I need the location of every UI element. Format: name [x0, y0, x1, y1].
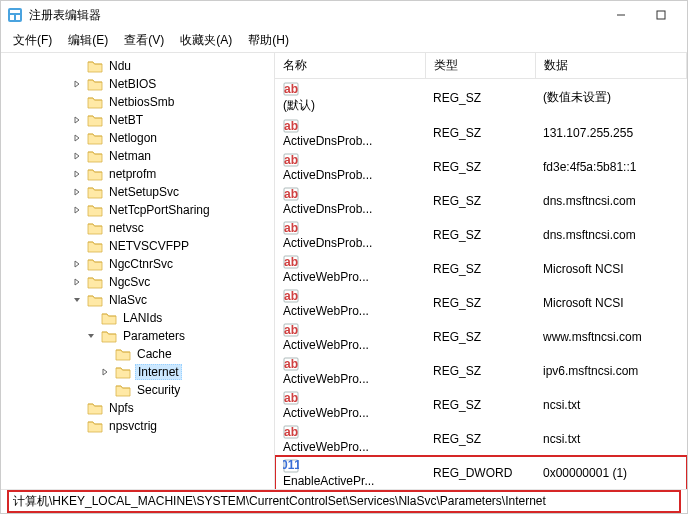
tree-item[interactable]: NetbiosSmb: [1, 93, 274, 111]
tree-label: Security: [135, 383, 182, 397]
folder-icon: [87, 95, 103, 109]
tree-item[interactable]: NetBIOS: [1, 75, 274, 93]
menu-favorites[interactable]: 收藏夹(A): [172, 30, 240, 51]
expand-icon[interactable]: [71, 206, 83, 214]
tree-pane[interactable]: NduNetBIOSNetbiosSmbNetBTNetlogonNetmann…: [1, 53, 275, 489]
value-type: REG_SZ: [425, 286, 535, 320]
table-row[interactable]: ActiveDnsProb...REG_SZfd3e:4f5a:5b81::1: [275, 150, 687, 184]
tree-label: NetBT: [107, 113, 145, 127]
folder-icon: [87, 131, 103, 145]
table-row[interactable]: ActiveWebPro...REG_SZMicrosoft NCSI: [275, 286, 687, 320]
tree-item[interactable]: netvsc: [1, 219, 274, 237]
folder-icon: [87, 167, 103, 181]
col-name[interactable]: 名称: [275, 53, 425, 79]
tree-item[interactable]: NlaSvc: [1, 291, 274, 309]
svg-rect-2: [10, 15, 14, 20]
value-data: Microsoft NCSI: [535, 286, 687, 320]
tree-item[interactable]: Netlogon: [1, 129, 274, 147]
expand-icon[interactable]: [71, 80, 83, 88]
tree-item[interactable]: Ndu: [1, 57, 274, 75]
expand-icon[interactable]: [71, 260, 83, 268]
string-value-icon: [283, 424, 299, 440]
tree-item[interactable]: NgcSvc: [1, 273, 274, 291]
expand-icon[interactable]: [71, 170, 83, 178]
tree-item[interactable]: NetSetupSvc: [1, 183, 274, 201]
folder-icon: [87, 401, 103, 415]
minimize-button[interactable]: [601, 1, 641, 29]
svg-rect-1: [10, 10, 20, 13]
expand-icon[interactable]: [71, 188, 83, 196]
value-data: dns.msftncsi.com: [535, 218, 687, 252]
values-pane[interactable]: 名称 类型 数据 (默认)REG_SZ(数值未设置)ActiveDnsProb.…: [275, 53, 687, 489]
collapse-icon[interactable]: [85, 332, 97, 340]
tree-item[interactable]: Netman: [1, 147, 274, 165]
tree-label: NetSetupSvc: [107, 185, 181, 199]
address-path[interactable]: 计算机\HKEY_LOCAL_MACHINE\SYSTEM\CurrentCon…: [7, 490, 681, 513]
tree-item[interactable]: NetBT: [1, 111, 274, 129]
folder-icon: [115, 383, 131, 397]
menu-file[interactable]: 文件(F): [5, 30, 60, 51]
expand-icon[interactable]: [71, 134, 83, 142]
expand-icon[interactable]: [71, 278, 83, 286]
string-value-icon: [283, 254, 299, 270]
string-value-icon: [283, 288, 299, 304]
tree-item[interactable]: netprofm: [1, 165, 274, 183]
tree-label: NetBIOS: [107, 77, 158, 91]
tree-item[interactable]: Cache: [1, 345, 274, 363]
table-row[interactable]: (默认)REG_SZ(数值未设置): [275, 79, 687, 117]
tree-item[interactable]: npsvctrig: [1, 417, 274, 435]
menu-view[interactable]: 查看(V): [116, 30, 172, 51]
folder-icon: [87, 275, 103, 289]
tree-label: Netman: [107, 149, 153, 163]
dword-value-icon: [283, 458, 299, 474]
table-row[interactable]: ActiveWebPro...REG_SZMicrosoft NCSI: [275, 252, 687, 286]
table-row[interactable]: ActiveDnsProb...REG_SZ131.107.255.255: [275, 116, 687, 150]
tree-label: netprofm: [107, 167, 158, 181]
svg-rect-5: [657, 11, 665, 19]
tree-item[interactable]: Npfs: [1, 399, 274, 417]
tree-label: Npfs: [107, 401, 136, 415]
table-row[interactable]: ActiveWebPro...REG_SZipv6.msftncsi.com: [275, 354, 687, 388]
tree-label: npsvctrig: [107, 419, 159, 433]
value-data: 131.107.255.255: [535, 116, 687, 150]
folder-icon: [87, 185, 103, 199]
expand-icon[interactable]: [99, 368, 111, 376]
value-type: REG_DWORD: [425, 456, 535, 489]
menu-edit[interactable]: 编辑(E): [60, 30, 116, 51]
tree-item[interactable]: NETVSCVFPP: [1, 237, 274, 255]
expand-icon[interactable]: [71, 152, 83, 160]
folder-icon: [87, 149, 103, 163]
col-type[interactable]: 类型: [425, 53, 535, 79]
menu-help[interactable]: 帮助(H): [240, 30, 297, 51]
value-type: REG_SZ: [425, 320, 535, 354]
string-value-icon: [283, 220, 299, 236]
expand-icon[interactable]: [71, 116, 83, 124]
value-type: REG_SZ: [425, 252, 535, 286]
tree-item[interactable]: Security: [1, 381, 274, 399]
tree-label: Netlogon: [107, 131, 159, 145]
string-value-icon: [283, 152, 299, 168]
tree-item[interactable]: Internet: [1, 363, 274, 381]
tree-item[interactable]: LANIds: [1, 309, 274, 327]
folder-icon: [101, 329, 117, 343]
tree-item[interactable]: Parameters: [1, 327, 274, 345]
tree-label: Cache: [135, 347, 174, 361]
maximize-button[interactable]: [641, 1, 681, 29]
value-data: 0x00000001 (1): [535, 456, 687, 489]
tree-label: NlaSvc: [107, 293, 149, 307]
table-row[interactable]: ActiveDnsProb...REG_SZdns.msftncsi.com: [275, 184, 687, 218]
table-row[interactable]: EnableActivePr...REG_DWORD0x00000001 (1): [275, 456, 687, 489]
table-row[interactable]: ActiveWebPro...REG_SZncsi.txt: [275, 388, 687, 422]
table-row[interactable]: ActiveWebPro...REG_SZwww.msftncsi.com: [275, 320, 687, 354]
col-data[interactable]: 数据: [535, 53, 687, 79]
tree-label: netvsc: [107, 221, 146, 235]
string-value-icon: [283, 356, 299, 372]
table-row[interactable]: ActiveDnsProb...REG_SZdns.msftncsi.com: [275, 218, 687, 252]
svg-rect-3: [16, 15, 20, 20]
tree-item[interactable]: NgcCtnrSvc: [1, 255, 274, 273]
string-value-icon: [283, 81, 299, 97]
tree-item[interactable]: NetTcpPortSharing: [1, 201, 274, 219]
folder-icon: [115, 365, 131, 379]
collapse-icon[interactable]: [71, 296, 83, 304]
table-row[interactable]: ActiveWebPro...REG_SZncsi.txt: [275, 422, 687, 456]
